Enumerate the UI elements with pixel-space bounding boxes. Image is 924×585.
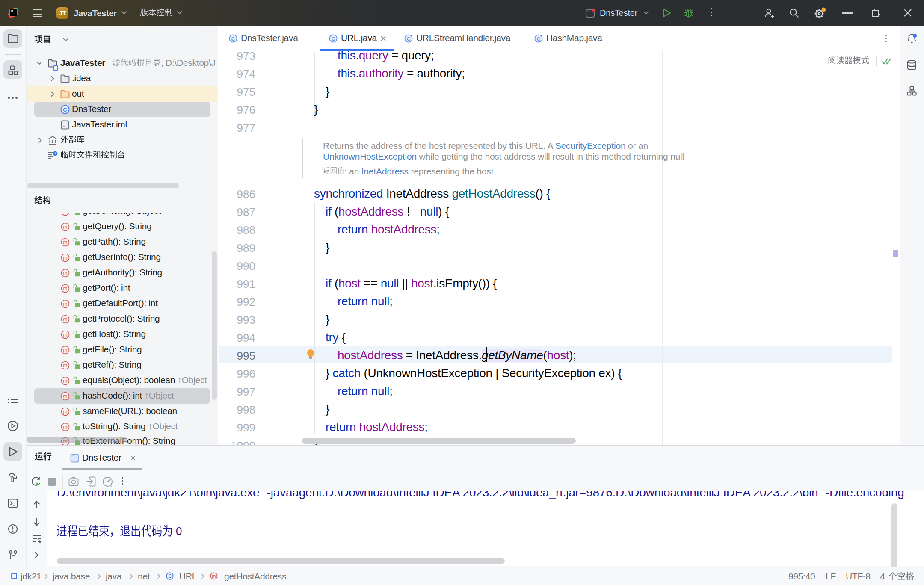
svg-text:m: m	[212, 573, 216, 579]
svg-text:m: m	[63, 424, 68, 430]
svg-text:m: m	[63, 362, 68, 368]
svg-text:C: C	[231, 36, 235, 42]
svg-text:m: m	[63, 285, 68, 291]
svg-text:C: C	[332, 36, 335, 42]
svg-text:C: C	[63, 106, 67, 113]
svg-text:m: m	[63, 254, 68, 260]
svg-text:m: m	[63, 270, 68, 276]
svg-text:C: C	[407, 36, 411, 42]
svg-text:m: m	[63, 316, 68, 322]
svg-text:m: m	[63, 393, 68, 399]
svg-text:m: m	[63, 239, 68, 245]
svg-text:IJ: IJ	[11, 10, 13, 13]
svg-text:m: m	[63, 347, 68, 353]
svg-text:m: m	[63, 301, 68, 307]
svg-text:C: C	[537, 36, 541, 42]
svg-text:m: m	[63, 408, 68, 414]
svg-text:m: m	[63, 378, 68, 384]
svg-text:m: m	[63, 331, 68, 337]
svg-text:m: m	[63, 224, 68, 230]
svg-text:C: C	[168, 573, 172, 579]
